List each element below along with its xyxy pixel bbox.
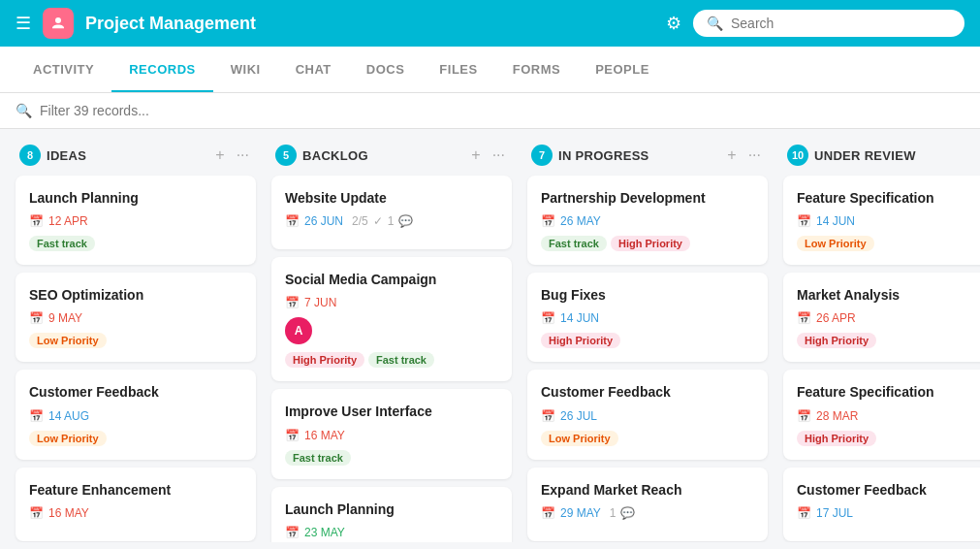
card-title: Customer Feedback [797,481,980,499]
card-tags: High Priority [797,431,980,446]
in-progress-column-title: In Progress [558,148,718,163]
card-customer-feedback-ideas[interactable]: Customer Feedback 📅 14 AUG Low Priority [16,370,256,459]
filter-input[interactable] [40,103,253,118]
card-title: Launch Planning [29,189,242,207]
tag-low-priority: Low Priority [541,431,618,446]
backlog-add-button[interactable]: + [468,146,483,164]
card-seo-optimization[interactable]: SEO Optimization 📅 9 MAY Low Priority [16,273,256,362]
nav-item-forms[interactable]: FORMS [495,47,578,92]
nav-item-activity[interactable]: ACTIVITY [16,47,111,92]
calendar-icon: 📅 [797,311,811,325]
card-tags: Fast track High Priority [541,236,754,251]
comment-count: 1 [610,506,616,520]
tag-high-priority: High Priority [797,431,876,446]
backlog-column-title: Backlog [302,148,462,163]
tag-low-priority: Low Priority [797,236,874,251]
kanban-board: 8 Ideas + ··· Launch Planning 📅 12 APR F… [0,129,980,542]
calendar-icon: 📅 [285,526,300,539]
calendar-icon: 📅 [797,409,811,423]
card-feature-enhancement[interactable]: Feature Enhancement 📅 16 MAY [16,468,256,541]
column-in-progress: 7 In Progress + ··· Partnership Developm… [527,145,768,542]
card-tags: Low Priority [541,431,754,446]
card-tags: High Priority Fast track [285,352,498,368]
tag-fast-track: Fast track [29,236,95,251]
card-customer-feedback-review[interactable]: Customer Feedback 📅 17 JUL [783,468,980,541]
under-review-count-badge: 10 [787,145,808,166]
nav-item-files[interactable]: FILES [422,47,494,92]
card-date: 📅 14 JUN [797,214,980,228]
tag-high-priority: High Priority [541,333,620,348]
card-title: Launch Planning [285,501,498,518]
tag-low-priority: Low Priority [29,333,107,348]
card-launch-planning-ideas[interactable]: Launch Planning 📅 12 APR Fast track [16,176,256,265]
card-customer-feedback-progress[interactable]: Customer Feedback 📅 26 JUL Low Priority [527,370,768,459]
card-tags: High Priority [541,333,754,348]
card-date: 📅 16 MAY [285,429,498,442]
card-tags: Fast track [29,236,242,251]
card-date: 📅 26 JUL [541,409,754,423]
filter-bar: 🔍 [0,93,980,129]
card-market-analysis[interactable]: Market Analysis 📅 26 APR High Priority [783,273,980,362]
search-icon: 🔍 [707,16,723,31]
card-title: Bug Fixes [541,286,754,304]
card-tags: Low Priority [29,431,242,446]
card-improve-user-interface[interactable]: Improve User Interface 📅 16 MAY Fast tra… [271,389,512,478]
search-input[interactable] [731,16,951,31]
tag-high-priority: High Priority [285,352,364,368]
calendar-icon: 📅 [541,409,555,423]
card-title: Customer Feedback [29,383,242,401]
nav-item-people[interactable]: PEOPLE [578,47,667,92]
card-title: Feature Enhancement [29,481,242,499]
card-date: 📅 7 JUN [285,296,498,309]
card-partnership-development[interactable]: Partnership Development 📅 26 MAY Fast tr… [527,176,768,265]
app-title: Project Management [85,14,654,34]
card-title: Partnership Development [541,189,754,207]
ideas-add-button[interactable]: + [212,146,227,164]
settings-icon[interactable]: ⚙ [666,13,681,34]
nav-item-chat[interactable]: CHAT [278,47,349,92]
card-title: Customer Feedback [541,383,754,401]
subtask-icon: ✓ [373,214,383,228]
card-title: SEO Optimization [29,286,242,304]
comment-count: 1 [388,214,395,228]
card-date: 📅 29 MAY 1 💬 [541,506,754,520]
card-title: Social Media Campaign [285,271,498,288]
card-tags: High Priority [797,333,980,348]
calendar-icon: 📅 [541,506,555,520]
nav-item-wiki[interactable]: WIKI [213,47,278,92]
card-feature-specification-2[interactable]: Feature Specification 📅 28 MAR High Prio… [783,370,980,459]
card-date: 📅 16 MAY [29,506,242,520]
column-ideas: 8 Ideas + ··· Launch Planning 📅 12 APR F… [16,145,256,542]
under-review-column-title: Under Review [814,148,974,163]
card-launch-planning-backlog[interactable]: Launch Planning 📅 23 MAY [271,487,512,542]
card-title: Feature Specification [797,189,980,207]
calendar-icon: 📅 [29,506,44,520]
card-bug-fixes[interactable]: Bug Fixes 📅 14 JUN High Priority [527,273,768,362]
menu-icon[interactable]: ☰ [16,13,31,34]
column-under-review: 10 Under Review + ··· Feature Specificat… [783,145,980,542]
ideas-column-title: Ideas [47,148,206,163]
calendar-icon: 📅 [541,214,555,228]
card-tags: Fast track [285,450,498,466]
card-title: Expand Market Reach [541,481,754,499]
subtask-count: 2/5 [352,214,368,228]
card-feature-specification-1[interactable]: Feature Specification 📅 14 JUN Low Prior… [783,176,980,265]
nav-item-records[interactable]: RECORDS [111,47,213,92]
in-progress-add-button[interactable]: + [724,146,739,164]
tag-fast-track: Fast track [285,450,351,466]
card-website-update[interactable]: Website Update 📅 26 JUN 2/5 ✓ 1 💬 [271,176,512,249]
nav-item-docs[interactable]: DOCS [349,47,423,92]
card-social-media-campaign[interactable]: Social Media Campaign 📅 7 JUN A High Pri… [271,257,512,381]
backlog-count-badge: 5 [275,145,297,166]
tag-fast-track: Fast track [368,352,434,368]
calendar-icon: 📅 [541,311,555,325]
comment-icon: 💬 [398,214,413,228]
card-title: Market Analysis [797,286,980,304]
app-logo [43,8,74,39]
backlog-more-button[interactable]: ··· [490,146,508,164]
ideas-more-button[interactable]: ··· [234,146,252,164]
card-tags: Low Priority [797,236,980,251]
user-avatar: A [285,317,312,344]
card-expand-market-reach[interactable]: Expand Market Reach 📅 29 MAY 1 💬 [527,468,768,541]
in-progress-more-button[interactable]: ··· [745,146,764,164]
